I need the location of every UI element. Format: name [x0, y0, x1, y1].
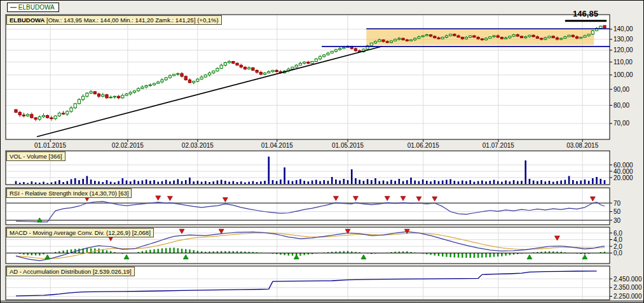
vol-plot-area — [6, 151, 610, 185]
macd-histogram-bar — [106, 250, 107, 253]
volume-bar — [260, 181, 262, 184]
volume-bar — [462, 181, 463, 185]
volume-bar — [27, 183, 29, 185]
volume-bar — [599, 179, 601, 184]
volume-bar — [501, 182, 503, 185]
candle-body — [129, 92, 132, 94]
candle-body — [161, 80, 163, 81]
candle-body — [133, 91, 135, 92]
volume-bar — [66, 181, 68, 185]
macd-histogram-bar — [462, 253, 463, 258]
candle-body — [70, 108, 72, 111]
candle-body — [374, 41, 376, 43]
macd-histogram-bar — [169, 248, 170, 253]
volume-bar — [233, 181, 235, 185]
volume-bar — [43, 182, 45, 185]
candle-body — [78, 99, 80, 103]
ad-panel-header[interactable]: AD - Accumulation Distribution [2.539.02… — [6, 267, 135, 276]
x-axis-date-label: 01.04.2015 — [261, 142, 293, 149]
candle-body — [193, 81, 195, 83]
volume-axis-tick-label: 20.000 — [613, 174, 633, 181]
candle-body — [200, 77, 203, 79]
macd-histogram-bar — [497, 253, 498, 257]
volume-bar — [458, 181, 460, 184]
candle-body — [564, 37, 566, 38]
volume-bar — [292, 181, 294, 185]
candle-body — [599, 26, 602, 28]
candle-body — [216, 68, 219, 71]
volume-bar — [355, 178, 357, 184]
price-header-ohlc: [Otw.: 143,95 Max.: 144,00 Min.: 141,20 … — [45, 17, 218, 24]
candle-body — [520, 36, 523, 38]
candle-body — [489, 37, 491, 38]
candle-body — [299, 63, 301, 65]
macd-histogram-bar — [449, 253, 451, 258]
volume-bar — [308, 181, 310, 184]
candle-body — [516, 35, 519, 36]
macd-histogram-bar — [35, 253, 36, 256]
volume-bar — [430, 181, 432, 184]
price-header-symbol: ELBUDOWA — [10, 17, 45, 24]
volume-bar — [513, 180, 515, 184]
candle-body — [271, 70, 274, 71]
candle-body — [402, 38, 404, 39]
x-axis-date-label: 01.01.2015 — [34, 142, 66, 149]
candle-body — [434, 36, 436, 38]
price-panel-header[interactable]: ELBUDOWA [Otw.: 143,95 Max.: 144,00 Min.… — [6, 15, 222, 25]
volume-bar — [454, 181, 456, 184]
volume-bar — [387, 181, 388, 184]
candle-body — [560, 38, 563, 39]
volume-bar — [228, 182, 230, 185]
series-legend[interactable]: — ELBUDOWA — [7, 3, 59, 12]
candle-body — [303, 62, 306, 63]
volume-bar — [596, 177, 598, 184]
volume-bar — [102, 182, 104, 184]
volume-bar — [359, 180, 360, 185]
candle-body — [50, 118, 53, 118]
candle-body — [137, 88, 140, 91]
price-axis-tick-label: 90,00 — [613, 86, 629, 93]
volume-bar — [94, 181, 96, 184]
volume-bar — [284, 167, 285, 184]
candle-body — [461, 38, 463, 39]
macd-histogram-bar — [442, 253, 443, 257]
candle-body — [275, 70, 278, 71]
volume-bar — [544, 181, 546, 184]
macd-histogram-bar — [181, 249, 182, 253]
candle-body — [572, 35, 574, 36]
volume-bar — [374, 178, 376, 184]
volume-bar — [303, 181, 305, 184]
volume-bar — [181, 181, 183, 185]
candle-body — [540, 38, 542, 39]
macd-panel-header[interactable]: MACD - Moving Average Conv. Div. (12,26,… — [6, 228, 154, 237]
volume-bar — [224, 181, 226, 184]
candle-body — [343, 47, 345, 48]
volume-panel-header[interactable]: VOL - Volume [366] — [6, 152, 65, 161]
volume-bar — [153, 180, 155, 184]
chart-canvas: 140,00130,00120,00110,00100,0090,0080,00… — [1, 1, 644, 303]
volume-bar — [315, 180, 317, 185]
volume-bar — [299, 180, 301, 185]
volume-bar — [540, 180, 542, 184]
macd-histogram-bar — [67, 250, 68, 253]
volume-bar — [552, 182, 554, 185]
volume-bar — [560, 181, 562, 185]
candle-body — [481, 39, 483, 40]
x-axis-date-label: 01.05.2015 — [332, 142, 364, 149]
volume-bar — [268, 157, 270, 184]
volume-bar — [197, 181, 199, 184]
ad-axis-tick-label: 2.450.000 — [613, 276, 642, 283]
ad-axis-tick-label: 2.250.000 — [613, 293, 642, 300]
rsi-panel-header[interactable]: RSI - Relative Strength Index (14,30,70)… — [6, 188, 132, 198]
volume-bar — [58, 180, 60, 184]
candle-body — [473, 36, 476, 37]
candle-body — [469, 36, 472, 37]
volume-bar — [126, 181, 128, 185]
candle-body — [505, 38, 507, 39]
volume-bar — [517, 181, 519, 185]
volume-bar — [137, 181, 139, 185]
candle-body — [259, 73, 262, 74]
volume-bar — [477, 181, 479, 185]
volume-bar — [580, 181, 582, 185]
candle-body — [421, 36, 424, 37]
